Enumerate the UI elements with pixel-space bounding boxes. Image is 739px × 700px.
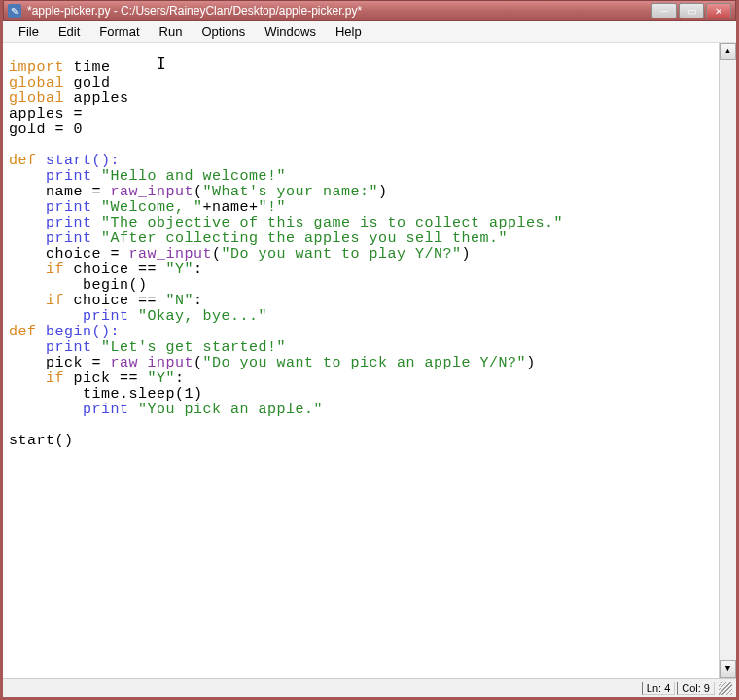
menubar: File Edit Format Run Options Windows Hel… xyxy=(3,21,736,43)
close-button[interactable]: ✕ xyxy=(706,3,731,18)
maximize-button[interactable]: ▭ xyxy=(679,3,704,18)
scroll-up-icon[interactable]: ▲ xyxy=(720,43,736,60)
status-col: Col: 9 xyxy=(677,682,715,695)
editor-area: import time global gold global apples ap… xyxy=(3,43,736,678)
menu-windows[interactable]: Windows xyxy=(255,22,326,41)
menu-file[interactable]: File xyxy=(9,22,49,41)
statusbar: Ln: 4 Col: 9 xyxy=(3,678,736,697)
menu-options[interactable]: Options xyxy=(192,22,255,41)
menu-edit[interactable]: Edit xyxy=(49,22,89,41)
titlebar[interactable]: ✎ *apple-picker.py - C:/Users/RaineyClan… xyxy=(3,0,736,21)
menu-run[interactable]: Run xyxy=(150,22,193,41)
status-line: Ln: 4 xyxy=(642,682,675,695)
code-editor[interactable]: import time global gold global apples ap… xyxy=(3,43,719,678)
scroll-down-icon[interactable]: ▼ xyxy=(720,660,736,678)
window-controls: ─ ▭ ✕ xyxy=(651,3,731,18)
minimize-button[interactable]: ─ xyxy=(651,3,677,18)
scroll-track[interactable] xyxy=(720,60,736,660)
resize-grip-icon[interactable] xyxy=(719,682,732,695)
menu-format[interactable]: Format xyxy=(89,22,149,41)
window-title: *apple-picker.py - C:/Users/RaineyClan/D… xyxy=(27,4,651,18)
editor-window: ✎ *apple-picker.py - C:/Users/RaineyClan… xyxy=(0,0,739,700)
code-text: import xyxy=(9,59,64,76)
menu-help[interactable]: Help xyxy=(326,22,371,41)
python-icon: ✎ xyxy=(8,4,21,18)
text-cursor-icon: I xyxy=(157,56,166,72)
vertical-scrollbar[interactable]: ▲ ▼ xyxy=(719,43,736,678)
